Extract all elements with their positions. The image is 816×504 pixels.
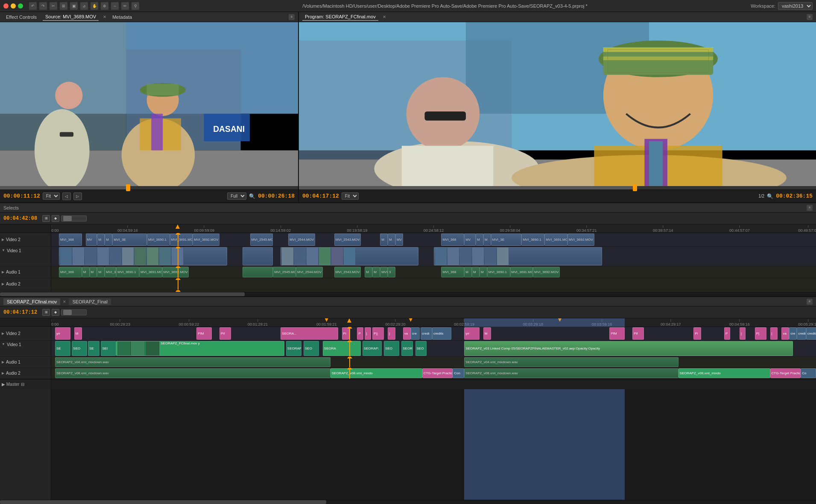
lower-v2-pink-r3[interactable]: PfM [609,327,625,340]
toolbar-icon-9[interactable]: ↔ [111,2,119,10]
source-tab-close[interactable]: ✕ [103,15,106,19]
master-icon[interactable]: ⊟ [21,382,24,387]
selects-a1-track[interactable]: MVI_368 M M M MVI_3E MVI_3690.1 MVI_3691… [51,266,816,278]
lower-v2-pink-r8[interactable]: P| [755,327,766,340]
v2-clip-20[interactable]: MVI_3690.1 [521,233,544,246]
v2-clip-19[interactable]: MVI_3E [491,233,522,246]
v2-clip-18[interactable]: M [483,233,491,246]
a1-clip-17[interactable]: M [464,267,472,277]
source-tab[interactable]: Source: MVI_3689.MOV [43,13,99,21]
lower-v2-pink-7[interactable]: P [357,327,363,340]
lower-v1-seorap-r[interactable]: SEORAP: [363,341,382,356]
a1-clip-16[interactable]: MVI_368 [441,267,464,277]
v2-clip-1[interactable]: MVI_368 [59,233,82,246]
close-button[interactable] [3,3,9,9]
lower-v1-linkedcomp[interactable]: SEORAPZ_v03 Linked Comp 05/SEORAPZFINALA… [464,341,793,356]
v2-clip-11[interactable]: MVI_2543.MOV [V] y [334,233,361,246]
lower-a2-tg-target-r[interactable]: CTG-Target Practice 10 [770,368,801,378]
lower-v1-seo-r1[interactable]: SEO [304,341,319,356]
program-playhead[interactable] [633,184,637,191]
lower-v2-credi-r[interactable]: credi [797,327,806,340]
lower-v2-pink-9[interactable]: P|| [372,327,384,340]
program-tab-close[interactable]: ✕ [383,15,386,19]
lower-v1-seo-r2[interactable]: SEO [384,341,399,356]
lower-v2-pink-r10[interactable]: va [781,327,789,340]
lower-zoom-slider[interactable] [61,309,87,315]
lower-v2-pink-2[interactable]: M [74,327,82,340]
lower-a2-seorapz-mid[interactable]: SEORAPZ_v08.xml_mixdo [330,368,422,378]
program-zoom-icon[interactable]: 🔍 [767,193,773,199]
selects-snap-btn[interactable]: ⊞ [42,215,50,222]
toolbar-icon-4[interactable]: ⊞ [60,2,67,10]
lower-tab-1[interactable]: SEORAPZ_FCfinal.mov [3,298,60,305]
effect-controls-tab[interactable]: Effect Controls [3,14,39,20]
a1-clip-21[interactable]: MVI_3691.MOV.[A] [510,267,533,277]
workspace-dropdown[interactable]: vashi2013 [778,2,813,10]
lower-v2-pink-r1[interactable]: yrr [464,327,480,340]
lower-v1-seor-r3[interactable]: SEOR [401,341,413,356]
a1-clip-12[interactable]: M [365,267,372,277]
lower-v2-pink-1[interactable]: yrr [55,327,70,340]
lower-v2-pink-4[interactable]: Pif [219,327,231,340]
a1-clip-20[interactable]: MVI_3690.1 [487,267,510,277]
selects-scrollbar-thumb[interactable] [0,292,245,296]
lower-v2-cre-r1[interactable]: cre [789,327,797,340]
lower-a2-expand[interactable]: ▶ [2,371,4,375]
v1-expand[interactable]: ▼ [2,248,5,252]
v2-clip-2[interactable]: MV [86,233,97,246]
lower-v2-pink-r6[interactable]: P [724,327,730,340]
a1-clip-gap[interactable] [243,267,273,277]
v1-clips-group3[interactable] [434,247,602,265]
a1-clip-6[interactable]: MVI_3690.1 [116,267,139,277]
a1-clip-4[interactable]: M [97,267,105,277]
source-quality[interactable]: Full [227,192,246,200]
lower-v1-expand[interactable]: ▼ [2,342,5,346]
lower-v2-track[interactable]: yrr M PfM Pif SEORA... Pi P | P|| | va c… [51,327,816,341]
toolbar-icon-2[interactable]: ↷ [39,2,47,10]
lower-a2-con[interactable]: Con [453,368,464,378]
v2-clip-22[interactable]: MVI_3692.MOV [567,233,594,246]
toolbar-icon-6[interactable]: ⊿ [80,2,88,10]
program-tab[interactable]: Program: SEORAPZ_FCfinal.mov [302,13,378,21]
v2-clip-12[interactable]: M [380,233,388,246]
v2-clip-15[interactable]: MVI_368 [441,233,464,246]
toolbar-icon-7[interactable]: ✋ [91,2,98,10]
source-mark-out[interactable]: ▷ [73,192,82,200]
program-panel-menu[interactable]: ≡ [807,14,813,20]
lower-a1-track[interactable]: SEORAPZ_v04.xml_mixdown.wav SEORAPZ_v04.… [51,357,816,368]
a1-clip-11[interactable]: MVI_2543.MOV [A] [334,267,361,277]
lower-v2-pink-8[interactable]: | [365,327,371,340]
program-scrub-bar[interactable] [299,186,816,189]
maximize-button[interactable] [18,3,23,9]
lower-v2-cre-1[interactable]: cre [411,327,420,340]
lower-v2-pink-r2[interactable]: M [483,327,491,340]
lower-v1-fc-1[interactable]: SEORAPZ_FCe [286,341,301,356]
lower-v1-seorapz-main[interactable]: SEORAPZ_FCfinal.mov y [116,341,284,356]
lower-a2-track[interactable]: SEORAPZ_v08.xml_mixdown.wav SEORAPZ_v08.… [51,368,816,379]
v1-clips-group2[interactable] [281,247,418,265]
lower-v2-credi-1[interactable]: credi [421,327,432,340]
a1-clip-10[interactable]: MVI_2544.MOV [A] [296,267,323,277]
selects-scrollbar[interactable] [0,292,816,296]
selects-zoom-slider[interactable] [61,216,87,221]
lower-v2-pink-5[interactable]: SEORA... [281,327,338,340]
a1-clip-5[interactable]: MVI_3E [105,267,116,277]
lower-v2-pink-r5[interactable]: Pi [693,327,701,340]
lower-v2-pink-r7[interactable]: | [740,327,746,340]
v2-clip-14[interactable]: MV [395,233,403,246]
v1-clips-group[interactable] [59,247,227,265]
lower-v2-pink-11[interactable]: va [403,327,411,340]
lower-a1-expand[interactable]: ▶ [2,360,4,364]
lower-v2-pink-3[interactable]: PfM [196,327,212,340]
a1-clip-7[interactable]: MVI_3691.MOV.[A] [139,267,162,277]
selects-menu[interactable]: ≡ [807,205,813,211]
lower-v1-seor-r4[interactable]: SEO [415,341,427,356]
v2-clip-16[interactable]: MV [464,233,476,246]
lower-tab-1-close[interactable]: ✕ [63,300,66,304]
v2-clip-4[interactable]: M [105,233,112,246]
lower-v1-sei-4[interactable]: SEI [101,341,116,356]
lower-scrollbar[interactable] [0,500,816,504]
source-playhead[interactable] [126,184,130,191]
v2-clip-17[interactable]: M [476,233,483,246]
lower-a2-mixdo-r[interactable]: SEORAPZ_v08.xml_mixdo [679,368,770,378]
